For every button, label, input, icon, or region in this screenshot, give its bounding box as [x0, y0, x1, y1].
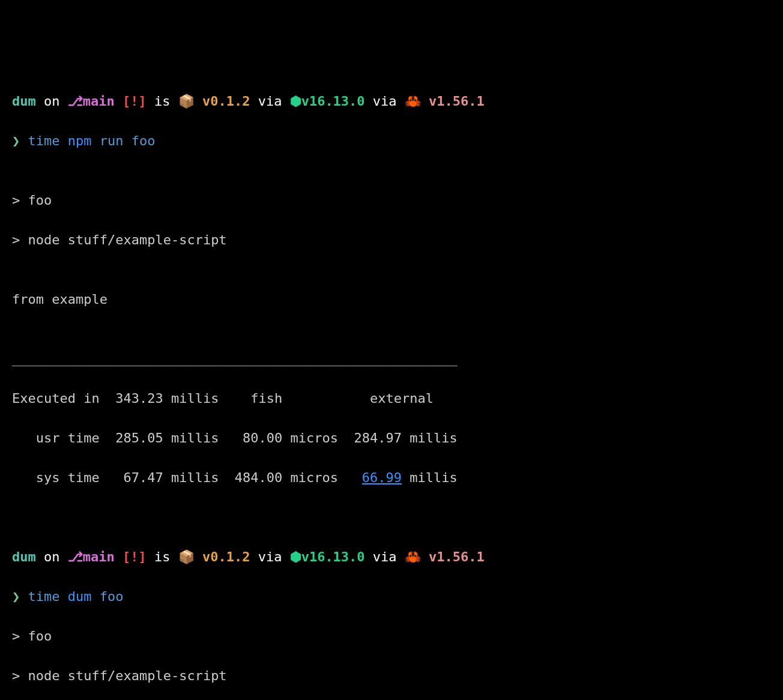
prompt-on: on [36, 549, 68, 564]
prompt-via-1: via [250, 94, 289, 109]
prompt-via-2: via [365, 94, 405, 109]
package-icon: 📦 [178, 549, 195, 564]
prompt-via-2: via [365, 549, 405, 564]
prompt-arrow: ❯ [12, 133, 20, 148]
output-script-name: > foo [12, 190, 771, 210]
node-version: v16.13.0 [301, 94, 365, 109]
timing-link[interactable]: 66.99 [362, 470, 402, 485]
cmd-run: run [91, 133, 123, 148]
package-version: v0.1.2 [195, 549, 250, 564]
cmd-foo: foo [123, 133, 155, 148]
branch-name: main [83, 549, 115, 564]
project-name: dum [12, 94, 36, 109]
node-icon: ⬢ [290, 94, 301, 109]
cmd-time: time [20, 589, 59, 604]
output-node-cmd: > node stuff/example-script [12, 666, 771, 686]
branch-icon: ⎇ [68, 94, 83, 109]
cmd-foo: foo [91, 589, 123, 604]
prompt-is: is [147, 94, 178, 109]
cmd-dum: dum [59, 589, 91, 604]
cmd-npm: npm [59, 133, 91, 148]
prompt-line-1: dum on ⎇main [!] is 📦 v0.1.2 via ⬢v16.13… [12, 91, 771, 111]
package-icon: 📦 [178, 94, 195, 109]
command-line-1[interactable]: ❯ time npm run foo [12, 131, 771, 151]
output-script-name: > foo [12, 626, 771, 646]
prompt-line-2: dum on ⎇main [!] is 📦 v0.1.2 via ⬢v16.13… [12, 547, 771, 567]
project-name: dum [12, 549, 36, 564]
branch-name: main [83, 94, 115, 109]
node-version: v16.13.0 [301, 549, 365, 564]
terminal-output: dum on ⎇main [!] is 📦 v0.1.2 via ⬢v16.13… [12, 91, 771, 700]
prompt-arrow: ❯ [12, 589, 20, 604]
timing-sys: sys time 67.47 millis 484.00 micros 66.9… [12, 468, 771, 487]
package-version: v0.1.2 [195, 94, 250, 109]
timing-executed: Executed in 343.23 millis fish external [12, 388, 771, 408]
prompt-is: is [147, 549, 178, 564]
branch-icon: ⎇ [68, 549, 83, 564]
prompt-via-1: via [250, 549, 289, 564]
git-status: [!] [115, 549, 147, 564]
command-line-2[interactable]: ❯ time dum foo [12, 587, 771, 606]
node-icon: ⬢ [290, 549, 301, 564]
crab-icon: 🦀 [405, 549, 421, 564]
timing-divider: ________________________________________… [12, 349, 771, 369]
timing-usr: usr time 285.05 millis 80.00 micros 284.… [12, 428, 771, 448]
output-from-example: from example [12, 289, 771, 309]
rust-version: v1.56.1 [421, 549, 485, 564]
crab-icon: 🦀 [405, 94, 421, 109]
cmd-time: time [20, 133, 59, 148]
output-node-cmd: > node stuff/example-script [12, 230, 771, 250]
rust-version: v1.56.1 [421, 94, 485, 109]
prompt-on: on [36, 94, 68, 109]
git-status: [!] [115, 94, 147, 109]
